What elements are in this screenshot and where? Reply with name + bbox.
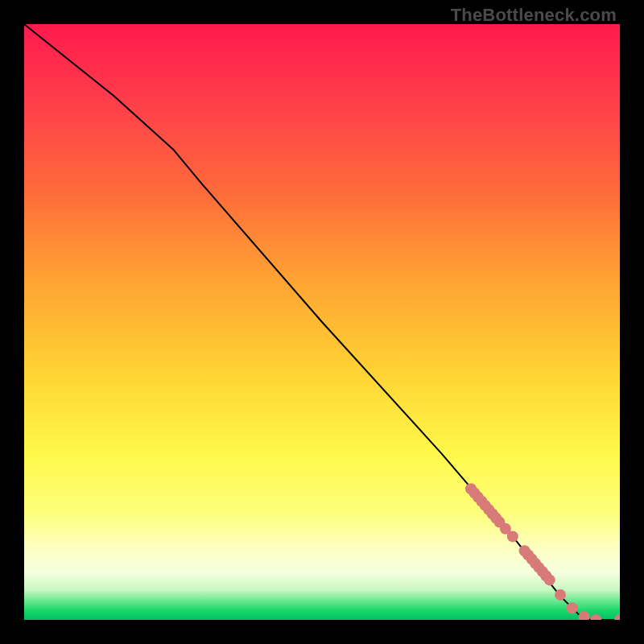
chart-point [544,574,555,585]
watermark-text: TheBottleneck.com [451,5,617,26]
chart-point [614,614,620,620]
chart-point [567,602,578,613]
chart-frame [24,24,620,620]
chart-curve [24,24,620,620]
chart-point [507,530,518,542]
chart-plot [24,24,620,620]
chart-points [465,483,620,620]
chart-point [555,589,566,601]
chart-point [590,614,601,620]
chart-point [579,611,590,620]
